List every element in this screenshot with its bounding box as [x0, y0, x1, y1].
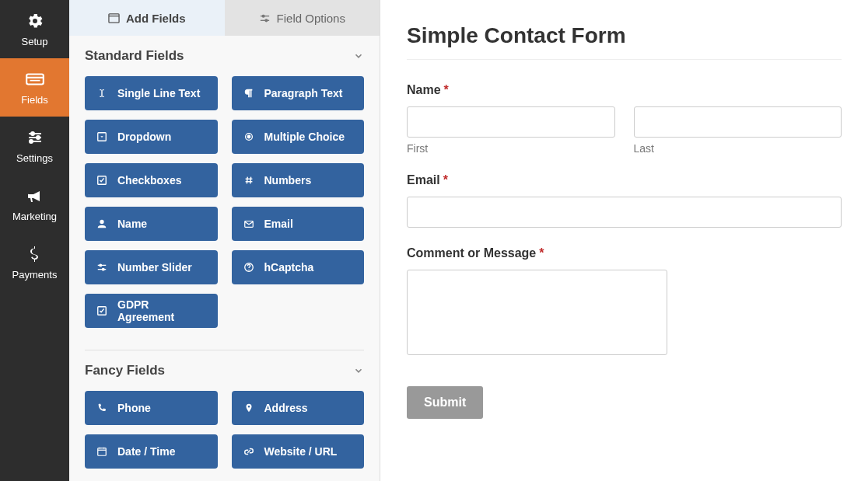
field-btn-label: Date / Time — [117, 445, 175, 458]
last-sublabel: Last — [634, 142, 842, 155]
chevron-down-icon — [353, 365, 364, 376]
svg-point-17 — [247, 135, 250, 138]
name-label: Name* — [407, 83, 842, 97]
field-btn-label: Address — [264, 402, 308, 414]
field-btn-email[interactable]: Email — [232, 207, 365, 241]
field-btn-label: Phone — [117, 402, 151, 414]
check-square-icon — [96, 174, 108, 186]
field-btn-label: Dropdown — [117, 131, 171, 143]
svg-point-4 — [31, 132, 34, 135]
field-btn-label: Single Line Text — [117, 87, 200, 99]
svg-point-30 — [248, 269, 249, 270]
field-btn-label: GDPR Agreement — [117, 298, 207, 323]
nav-label: Setup — [22, 36, 48, 47]
field-btn-multiple-choice[interactable]: Multiple Choice — [232, 120, 365, 154]
fancy-fields-section: Fancy Fields PhoneAddressDate / TimeWebs… — [69, 350, 380, 481]
field-btn-website-url[interactable]: Website / URL — [232, 434, 365, 469]
map-pin-icon — [243, 402, 255, 414]
dollar-icon — [25, 244, 45, 264]
svg-point-12 — [262, 15, 264, 17]
caret-square-icon — [96, 131, 108, 143]
fields-icon — [25, 69, 45, 89]
bullhorn-icon — [25, 186, 45, 206]
field-btn-label: Checkboxes — [117, 174, 181, 186]
required-asterisk: * — [539, 246, 544, 260]
tab-add-fields[interactable]: Add Fields — [69, 0, 225, 36]
field-btn-checkboxes[interactable]: Checkboxes — [85, 163, 218, 197]
field-btn-name[interactable]: Name — [85, 207, 218, 241]
calendar-icon — [96, 445, 108, 458]
field-btn-label: Number Slider — [117, 261, 192, 274]
nav-marketing[interactable]: Marketing — [0, 175, 69, 233]
svg-rect-0 — [26, 75, 44, 85]
submit-button[interactable]: Submit — [407, 386, 483, 419]
panel-tabs: Add Fields Field Options — [69, 0, 380, 36]
field-btn-gdpr-agreement[interactable]: GDPR Agreement — [85, 294, 218, 328]
nav-setup[interactable]: Setup — [0, 0, 69, 58]
tab-field-options[interactable]: Field Options — [225, 0, 380, 36]
sliders-icon — [25, 127, 45, 148]
radio-dot-icon — [243, 131, 255, 143]
envelope-icon — [243, 218, 255, 230]
field-btn-hcaptcha[interactable]: hCaptcha — [232, 250, 365, 284]
paragraph-icon — [243, 87, 255, 99]
svg-point-8 — [30, 140, 33, 143]
first-name-input[interactable] — [407, 106, 615, 138]
hash-icon — [243, 174, 255, 186]
last-name-input[interactable] — [634, 106, 842, 138]
window-icon — [108, 12, 120, 24]
nav-label: Fields — [21, 94, 48, 106]
gear-icon — [25, 11, 45, 31]
nav-settings[interactable]: Settings — [0, 117, 69, 175]
field-name: Name* First Last — [407, 83, 842, 155]
form-title: Simple Contact Form — [407, 23, 842, 48]
section-header-fancy[interactable]: Fancy Fields — [85, 350, 364, 391]
message-label: Comment or Message* — [407, 246, 842, 260]
field-btn-label: Name — [117, 218, 147, 230]
sliders-h-icon — [96, 261, 108, 274]
required-asterisk: * — [443, 173, 448, 186]
phone-icon — [96, 402, 108, 414]
field-email: Email* — [407, 173, 842, 228]
field-btn-label: Paragraph Text — [264, 87, 343, 99]
nav-label: Marketing — [12, 211, 57, 222]
nav-fields[interactable]: Fields — [0, 58, 69, 117]
required-asterisk: * — [444, 83, 449, 96]
svg-rect-32 — [98, 448, 107, 456]
section-header-standard[interactable]: Standard Fields — [85, 36, 364, 76]
field-btn-phone[interactable]: Phone — [85, 391, 218, 425]
user-icon — [96, 218, 108, 230]
text-cursor-icon — [96, 87, 108, 99]
first-sublabel: First — [407, 142, 615, 155]
standard-fields-section: Standard Fields Single Line TextParagrap… — [69, 36, 380, 345]
nav-label: Settings — [16, 152, 53, 164]
svg-point-23 — [100, 220, 103, 224]
message-textarea[interactable] — [407, 270, 667, 355]
field-btn-paragraph-text[interactable]: Paragraph Text — [232, 76, 365, 110]
field-btn-address[interactable]: Address — [232, 391, 365, 425]
field-btn-label: Multiple Choice — [264, 131, 345, 143]
svg-rect-9 — [109, 13, 119, 22]
email-input[interactable] — [407, 197, 842, 228]
svg-point-6 — [37, 136, 40, 139]
fields-panel: Add Fields Field Options Standard Fields… — [69, 0, 380, 481]
field-btn-label: hCaptcha — [264, 261, 314, 274]
field-btn-numbers[interactable]: Numbers — [232, 163, 365, 197]
svg-line-21 — [247, 177, 247, 184]
sliders-icon — [259, 12, 271, 24]
nav-payments[interactable]: Payments — [0, 233, 69, 291]
field-btn-label: Email — [264, 218, 293, 230]
field-btn-date-time[interactable]: Date / Time — [85, 434, 218, 469]
check-square-icon — [96, 305, 108, 317]
email-label: Email* — [407, 173, 842, 187]
svg-line-22 — [250, 177, 250, 184]
field-btn-label: Numbers — [264, 174, 312, 186]
field-message: Comment or Message* — [407, 246, 842, 358]
field-btn-number-slider[interactable]: Number Slider — [85, 250, 218, 284]
form-preview: Simple Contact Form Name* First Last Ema… — [380, 0, 868, 481]
svg-point-28 — [102, 268, 104, 270]
question-icon — [243, 261, 255, 274]
svg-point-14 — [265, 19, 268, 21]
field-btn-single-line-text[interactable]: Single Line Text — [85, 76, 218, 110]
field-btn-dropdown[interactable]: Dropdown — [85, 120, 218, 154]
